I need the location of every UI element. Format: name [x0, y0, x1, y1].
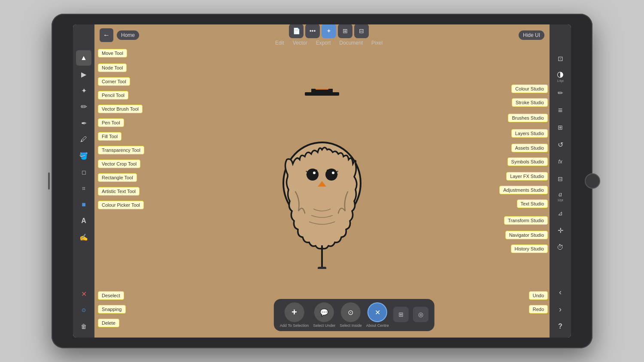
transform-studio-label: Transform Studio: [504, 216, 548, 225]
history-studio-label: History Studio: [511, 244, 548, 253]
select-under-btn[interactable]: 💬: [314, 302, 334, 322]
next-icon[interactable]: ›: [553, 302, 568, 317]
brushes-studio-label: Brushes Studio: [508, 114, 548, 122]
colour-picker-tool-btn[interactable]: ✍: [76, 229, 91, 245]
node-tool-btn[interactable]: ▶: [76, 66, 91, 82]
stroke-studio-label: Stroke Studio: [512, 98, 548, 107]
brush-stroke-icon[interactable]: ✏: [553, 85, 568, 101]
owl-illustration: [262, 89, 382, 269]
select-type2-btn[interactable]: ◎: [413, 307, 428, 322]
svg-rect-14: [318, 267, 326, 269]
vector-mode-btn[interactable]: ✦: [322, 24, 336, 38]
select-under-label: Select Under: [313, 323, 335, 328]
snapping-btn[interactable]: ⊙: [76, 302, 91, 318]
fx-icon[interactable]: fx: [553, 154, 568, 169]
corner-tool-btn[interactable]: ✦: [76, 83, 91, 98]
symbols-icon[interactable]: ↺: [553, 137, 568, 152]
adjustments-studio-label: Adjustments Studio: [499, 186, 548, 194]
svg-rect-2: [316, 89, 328, 90]
colour-wheel-icon[interactable]: ◑ 1.6pt: [553, 68, 568, 84]
hide-ui-button[interactable]: Hide UI: [519, 30, 544, 40]
histogram-icon[interactable]: ⊿: [553, 205, 568, 221]
rectangle-tool-btn[interactable]: ■: [76, 197, 91, 212]
select-tool-btn[interactable]: ▲: [76, 50, 91, 66]
navigator-studio-label: Navigator Studio: [505, 231, 548, 239]
edit-menu[interactable]: Edit: [273, 39, 287, 47]
select-inside-label: Select Inside: [340, 323, 362, 328]
export-menu[interactable]: Export: [313, 39, 334, 47]
fill-tool-btn[interactable]: 🪣: [76, 148, 91, 163]
about-centre-btn[interactable]: ✕: [368, 302, 387, 322]
help-icon[interactable]: ?: [553, 319, 568, 334]
crop-tool-btn[interactable]: ⌗: [76, 181, 91, 196]
transparency-tool-btn[interactable]: ◻: [76, 164, 91, 180]
navigator-icon[interactable]: ✛: [553, 223, 568, 238]
text-studio-label: Text Studio: [517, 199, 548, 208]
pixel-preview-btn[interactable]: ⊟: [354, 24, 369, 38]
pen-tool-btn[interactable]: 🖊: [76, 132, 91, 147]
add-to-selection-label: Add To Selection: [280, 323, 309, 328]
svg-point-6: [313, 172, 316, 174]
select-type1-btn[interactable]: ⊞: [393, 307, 409, 322]
document-menu[interactable]: Document: [337, 39, 365, 47]
svg-point-7: [332, 172, 334, 174]
about-centre-label: About Centre: [366, 323, 389, 328]
back-button[interactable]: ←: [100, 28, 113, 42]
right-sidebar: ⊡ ◑ 1.6pt ✏ ≡ ⊞ ↺ fx ⊟ a 12pt ⊿: [550, 24, 571, 338]
grid-btn[interactable]: ⊞: [338, 24, 352, 38]
layer-fx-studio-label: Layer FX Studio: [506, 172, 548, 181]
add-to-selection-btn[interactable]: +: [284, 302, 304, 322]
document-icon-btn[interactable]: 📄: [289, 24, 304, 38]
history-icon[interactable]: ⏱: [553, 240, 568, 255]
overflow-btn[interactable]: •••: [305, 24, 320, 38]
pencil-tool-btn[interactable]: ✏: [76, 99, 91, 115]
symbols-studio-label: Symbols Studio: [507, 157, 548, 166]
adjustments-icon[interactable]: ⊟: [553, 171, 568, 187]
pixel-menu[interactable]: Pixel: [369, 39, 385, 47]
prev-icon[interactable]: ‹: [553, 284, 568, 300]
assets-studio-label: Assets Studio: [511, 144, 548, 152]
top-toolbar: ← Home 📄 ••• ✦ ⊞ ⊟ Edit Vector Export Do: [94, 24, 550, 46]
vector-brush-tool-btn[interactable]: ✒: [76, 115, 91, 131]
home-button[interactable]: Home: [117, 30, 139, 40]
close-btn[interactable]: ✕: [76, 286, 91, 302]
select-inside-btn[interactable]: ⊙: [341, 302, 361, 322]
colour-studio-label: Colour Studio: [511, 84, 548, 93]
assets-icon[interactable]: ⊞: [553, 120, 568, 135]
layers-studio-label: Layers Studio: [511, 129, 548, 138]
left-sidebar: ▲ ▶ ✦ ✏ ✒ 🖊 🪣 ◻ ⌗ ■ A ✍ ✕ ⊙: [73, 24, 94, 338]
vector-menu[interactable]: Vector: [290, 39, 310, 47]
delete-btn[interactable]: 🗑: [76, 319, 91, 334]
text-tool-btn[interactable]: A: [76, 213, 91, 229]
text-icon[interactable]: a 12pt: [553, 188, 568, 204]
hide-ui-icon[interactable]: ⊡: [553, 51, 568, 66]
layers-icon[interactable]: ≡: [553, 103, 568, 118]
